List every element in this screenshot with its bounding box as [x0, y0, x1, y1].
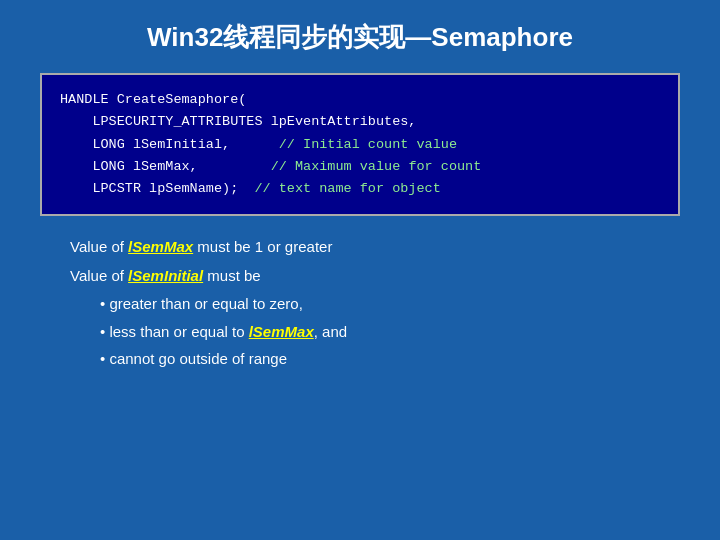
lsemmax-highlight-1: lSemMax [128, 238, 193, 255]
code-block: HANDLE CreateSemaphore( LPSECURITY_ATTRI… [40, 73, 680, 216]
code-line1: HANDLE CreateSemaphore( [60, 92, 246, 107]
body-line2: Value of lSemInitial must be [70, 265, 680, 288]
lsemmax-highlight-2: lSemMax [249, 323, 314, 340]
code-line5-comment: // text name for object [254, 181, 440, 196]
code-line3-comment: // Initial count value [279, 137, 457, 152]
bullet2-post: , and [314, 323, 347, 340]
lseminitial-highlight: lSemInitial [128, 267, 203, 284]
page-title: Win32线程同步的实现—Semaphore [40, 20, 680, 55]
content-area: Value of lSemMax must be 1 or greater Va… [40, 236, 680, 376]
code-line4-comment: // Maximum value for count [271, 159, 482, 174]
body-line1-pre: Value of [70, 238, 128, 255]
code-line4: LONG lSemMax, [60, 159, 198, 174]
bullet2-pre: • less than or equal to [100, 323, 249, 340]
body-line1-post: must be 1 or greater [193, 238, 332, 255]
code-line3: LONG lSemInitial, [60, 137, 230, 152]
body-line1: Value of lSemMax must be 1 or greater [70, 236, 680, 259]
bullet-1: • greater than or equal to zero, [100, 293, 680, 316]
body-line2-post: must be [203, 267, 261, 284]
bullet-2: • less than or equal to lSemMax, and [100, 321, 680, 344]
code-line2: LPSECURITY_ATTRIBUTES lpEventAttributes, [60, 114, 416, 129]
code-line5: LPCSTR lpSemName); [60, 181, 238, 196]
bullet-3: • cannot go outside of range [100, 348, 680, 371]
code-content: HANDLE CreateSemaphore( LPSECURITY_ATTRI… [60, 89, 660, 200]
body-line2-pre: Value of [70, 267, 128, 284]
